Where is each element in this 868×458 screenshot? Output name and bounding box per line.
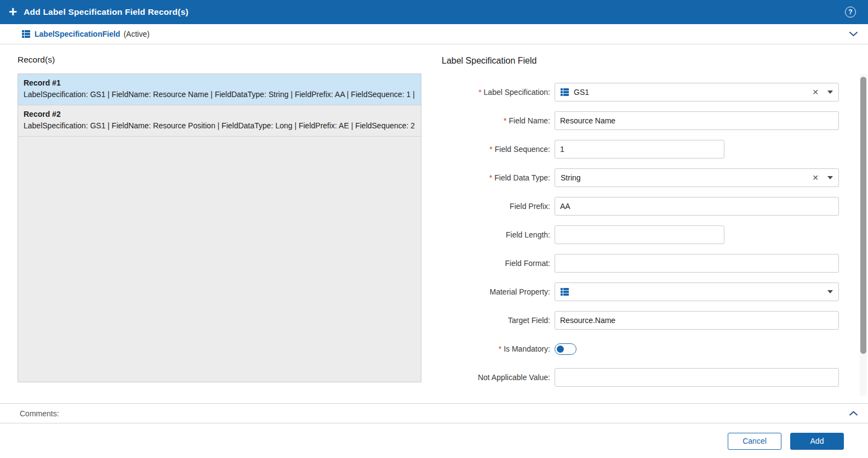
form-row-field-length: Field Length: xyxy=(438,225,839,244)
field-sequence-input[interactable] xyxy=(555,140,724,159)
target-field-input[interactable] xyxy=(555,311,839,330)
help-icon[interactable]: ? xyxy=(845,7,856,18)
required-marker: * xyxy=(504,116,506,125)
field-label: *Label Specification: xyxy=(438,88,555,97)
select-value: String xyxy=(561,173,581,182)
status-text: (Active) xyxy=(123,30,149,38)
dropdown-caret-icon[interactable] xyxy=(827,91,833,94)
required-marker: * xyxy=(499,344,501,353)
field-format-input[interactable] xyxy=(555,254,839,273)
plus-icon: + xyxy=(9,4,17,19)
chevron-down-icon[interactable] xyxy=(849,31,858,37)
field-length-input[interactable] xyxy=(555,225,724,244)
records-list: Record #1 LabelSpecification: GS1 | Fiel… xyxy=(18,73,421,382)
table-icon xyxy=(561,288,569,296)
dialog-title: Add Label Specification Field Record(s) xyxy=(24,7,189,17)
field-name-input[interactable] xyxy=(555,111,839,130)
form-row-field-format: Field Format: xyxy=(438,254,839,273)
not-applicable-value-input[interactable] xyxy=(555,368,839,387)
form-row-field-data-type: *Field Data Type: String ✕ xyxy=(438,168,839,187)
material-property-lookup[interactable] xyxy=(555,282,839,301)
record-list-item[interactable]: Record #1 LabelSpecification: GS1 | Fiel… xyxy=(18,74,421,105)
required-marker: * xyxy=(489,145,492,154)
field-label: Field Format: xyxy=(438,259,555,268)
itemtype-link[interactable]: LabelSpecificationField xyxy=(35,30,120,38)
required-marker: * xyxy=(478,88,481,97)
comments-section: Comments: xyxy=(0,403,868,423)
dialog-footer: Cancel Add xyxy=(0,424,868,458)
form-row-field-prefix: Field Prefix: xyxy=(438,197,839,216)
field-prefix-input[interactable] xyxy=(555,197,839,216)
toggle-knob xyxy=(557,346,564,353)
form-row-target-field: Target Field: xyxy=(438,311,839,330)
form-row-not-applicable-value: Not Applicable Value: xyxy=(438,368,839,387)
field-data-type-select[interactable]: String ✕ xyxy=(555,168,839,187)
table-icon xyxy=(561,88,569,96)
scrollbar-thumb[interactable] xyxy=(860,77,866,354)
chevron-up-icon[interactable] xyxy=(849,411,858,416)
field-label: Field Prefix: xyxy=(438,202,555,211)
form-row-material-property: Material Property: xyxy=(438,282,839,301)
field-label: Field Length: xyxy=(438,230,555,239)
field-label: *Is Mandatory: xyxy=(438,344,555,353)
is-mandatory-toggle[interactable] xyxy=(555,343,576,355)
field-label: Target Field: xyxy=(438,316,555,325)
required-marker: * xyxy=(489,173,492,182)
field-label: *Field Data Type: xyxy=(438,173,555,182)
dropdown-caret-icon[interactable] xyxy=(827,290,833,293)
form-row-field-sequence: *Field Sequence: xyxy=(438,140,839,159)
clear-icon[interactable]: ✕ xyxy=(812,174,819,182)
record-name: Record #2 xyxy=(24,109,415,120)
dropdown-caret-icon[interactable] xyxy=(827,176,833,179)
record-list-item[interactable]: Record #2 LabelSpecification: GS1 | Fiel… xyxy=(18,105,421,137)
form-row-field-name: *Field Name: xyxy=(438,111,839,130)
field-label: Material Property: xyxy=(438,287,555,296)
table-icon xyxy=(22,30,30,38)
comments-label: Comments: xyxy=(20,409,59,418)
field-label: *Field Sequence: xyxy=(438,145,555,154)
records-panel-title: Record(s) xyxy=(18,55,55,65)
itemtype-bar: LabelSpecificationField (Active) xyxy=(0,24,868,44)
field-label: *Field Name: xyxy=(438,116,555,125)
dialog-header: + Add Label Specification Field Record(s… xyxy=(0,0,868,24)
form-title: Label Specification Field xyxy=(442,56,536,66)
form-row-is-mandatory: *Is Mandatory: xyxy=(438,340,839,358)
add-button[interactable]: Add xyxy=(790,433,844,450)
form-row-label-specification: *Label Specification: GS1 ✕ xyxy=(438,83,839,101)
help-glyph: ? xyxy=(848,8,852,16)
combobox-value: GS1 xyxy=(574,88,589,97)
record-form: *Label Specification: GS1 ✕ *Field Na xyxy=(438,83,839,397)
field-label: Not Applicable Value: xyxy=(438,373,555,382)
record-name: Record #1 xyxy=(24,77,415,89)
clear-icon[interactable]: ✕ xyxy=(812,88,819,96)
label-specification-combobox[interactable]: GS1 ✕ xyxy=(555,83,839,101)
record-summary: LabelSpecification: GS1 | FieldName: Res… xyxy=(24,120,415,132)
form-scrollbar[interactable] xyxy=(860,74,867,395)
record-summary: LabelSpecification: GS1 | FieldName: Res… xyxy=(24,89,415,100)
cancel-button[interactable]: Cancel xyxy=(728,433,781,450)
